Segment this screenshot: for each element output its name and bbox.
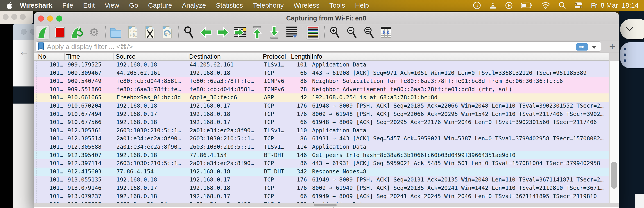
display-filter-input[interactable]: Apply a display filter ... <⌘/> bbox=[36, 41, 601, 52]
save-capture-file-button[interactable]: 010100110101110 bbox=[126, 25, 140, 40]
zoom-in-button[interactable] bbox=[328, 25, 341, 40]
apple-menu-icon[interactable] bbox=[7, 2, 12, 9]
go-forward-button[interactable] bbox=[216, 25, 230, 40]
find-packet-button[interactable] bbox=[182, 25, 196, 40]
column-header-destination[interactable]: Destination bbox=[189, 53, 260, 61]
restart-capture-button[interactable] bbox=[70, 25, 84, 40]
save-file-icon: 010100110101110 bbox=[128, 26, 138, 39]
packet-row[interactable]: 101… 909.551860 fe80::6aa3:78ff:fe… fe80… bbox=[34, 85, 609, 94]
packet-row[interactable]: 101… 912.395407 192.168.0.18 77.86.4.154… bbox=[34, 151, 609, 159]
column-divider[interactable] bbox=[64, 53, 65, 60]
column-divider[interactable] bbox=[114, 53, 114, 60]
control-center-icon[interactable] bbox=[574, 2, 583, 9]
window-title: Capturing from Wi-Fi: en0 bbox=[34, 12, 619, 24]
column-header-no[interactable]: No. bbox=[38, 53, 63, 61]
column-divider[interactable] bbox=[310, 53, 310, 60]
column-header-info[interactable]: Info bbox=[312, 53, 402, 61]
packet-row[interactable]: 101… 910.677566 192.168.0.18 192.168.0.1… bbox=[34, 118, 609, 126]
cell-time: 910.677494 bbox=[68, 110, 115, 118]
reload-file-icon: 1010 bbox=[162, 26, 172, 39]
add-filter-button[interactable]: + bbox=[606, 41, 618, 52]
cell-time: 909.309467 bbox=[68, 69, 115, 77]
cell-length: 101 bbox=[277, 61, 307, 69]
cell-destination: 192.168.0.18 bbox=[190, 110, 262, 118]
packet-row[interactable]: 101… 910.661665 FreeboxSas_01:bc:8d Appl… bbox=[34, 94, 609, 102]
music-play-icon[interactable] bbox=[505, 1, 513, 9]
spotlight-search-icon[interactable] bbox=[558, 1, 566, 9]
cell-source: 192.168.0.18 bbox=[116, 102, 188, 110]
horizontal-scrollbar[interactable] bbox=[34, 203, 619, 207]
colorize-packets-button[interactable] bbox=[306, 25, 320, 40]
capture-options-button[interactable]: ⚙ bbox=[87, 25, 101, 40]
column-header-source[interactable]: Source bbox=[116, 53, 186, 61]
go-first-packet-button[interactable] bbox=[250, 25, 264, 40]
window-titlebar[interactable]: Capturing from Wi-Fi: en0 bbox=[34, 12, 619, 24]
vertical-scrollbar-thumb[interactable] bbox=[611, 162, 617, 189]
column-divider[interactable] bbox=[187, 53, 187, 60]
column-header-time[interactable]: Time bbox=[66, 53, 112, 61]
zoom-reset-button[interactable] bbox=[362, 25, 376, 40]
column-header-protocol[interactable]: Protocol bbox=[263, 53, 288, 61]
menu-tools[interactable]: Tools bbox=[330, 1, 345, 9]
menu-file[interactable]: File bbox=[62, 1, 73, 9]
menu-wireless[interactable]: Wireless bbox=[294, 1, 320, 9]
zoom-out-icon bbox=[346, 26, 357, 38]
utorrent-icon[interactable]: µ bbox=[473, 1, 481, 9]
menu-bar-clock[interactable]: Fri 8 Mar 18:14 bbox=[591, 1, 638, 9]
reload-capture-file-button[interactable]: 1010 bbox=[160, 25, 174, 40]
cell-time: 912.305688 bbox=[68, 143, 115, 151]
cell-no: 101… bbox=[38, 143, 63, 151]
cell-time: 912.305361 bbox=[68, 126, 115, 135]
menu-analyze[interactable]: Analyze bbox=[182, 1, 206, 9]
column-header-length[interactable]: Length bbox=[291, 53, 310, 61]
packet-row[interactable]: 101… 913.079146 192.168.0.17 192.168.0.1… bbox=[34, 184, 609, 192]
wifi-icon[interactable] bbox=[541, 2, 550, 9]
packet-row[interactable]: 101… 912.415603 77.86.4.154 192.168.0.18… bbox=[34, 168, 609, 176]
packet-row[interactable]: 101… 909.540749 fe80::cb:d044:8581… fe80… bbox=[34, 77, 609, 85]
packet-row[interactable]: 101… 912.305688 2a01:e34:ec2a:8f90… 2603… bbox=[34, 143, 609, 151]
menu-statistics[interactable]: Statistics bbox=[216, 1, 243, 9]
vertical-scrollbar[interactable] bbox=[609, 61, 619, 203]
packet-row[interactable]: 101… 910.670204 192.168.0.18 192.168.0.1… bbox=[34, 102, 609, 110]
go-last-packet-button[interactable] bbox=[268, 25, 281, 40]
menu-help[interactable]: Help bbox=[355, 1, 369, 9]
go-to-packet-button[interactable] bbox=[233, 25, 247, 40]
resize-columns-button[interactable] bbox=[379, 25, 393, 40]
cell-destination: 2a01:e34:ec2a:8f90… bbox=[190, 126, 262, 135]
cell-length: 66 bbox=[277, 118, 307, 126]
auto-scroll-button[interactable] bbox=[284, 25, 298, 40]
vlc-cone-icon[interactable] bbox=[489, 1, 497, 9]
menu-capture[interactable]: Capture bbox=[148, 1, 172, 9]
menu-wireshark[interactable]: Wireshark bbox=[20, 1, 52, 9]
menu-edit[interactable]: Edit bbox=[83, 1, 95, 9]
menu-view[interactable]: View bbox=[105, 1, 119, 9]
packet-row[interactable]: 101… 913.055135 192.168.0.18 192.168.0.1… bbox=[34, 176, 609, 184]
stop-capture-button[interactable] bbox=[53, 25, 67, 40]
filter-bookmark-icon[interactable] bbox=[38, 42, 44, 51]
packet-row[interactable]: 101… 910.677494 192.168.0.17 192.168.0.1… bbox=[34, 110, 609, 118]
packet-row[interactable]: 101… 909.179525 192.168.0.18 44.205.62.1… bbox=[34, 61, 609, 69]
cell-destination: 192.168.0.17 bbox=[190, 102, 262, 110]
start-capture-button[interactable] bbox=[36, 25, 50, 40]
magnifier-icon bbox=[184, 26, 194, 39]
packet-row[interactable]: 101… 913.105513 2620:1ec:21::14 2a01:e34… bbox=[34, 200, 609, 203]
horizontal-scrollbar-thumb[interactable] bbox=[314, 204, 337, 207]
packet-row[interactable]: 101… 912.305361 2603:1030:210:5::1… 2a01… bbox=[34, 126, 609, 135]
menu-go[interactable]: Go bbox=[129, 1, 138, 9]
column-divider[interactable] bbox=[261, 53, 261, 60]
close-capture-file-button[interactable] bbox=[143, 25, 157, 40]
open-capture-file-button[interactable] bbox=[109, 25, 122, 40]
packet-row[interactable]: 101… 909.309467 44.205.62.161 192.168.0.… bbox=[34, 69, 609, 77]
zoom-out-button[interactable] bbox=[345, 25, 358, 40]
column-divider[interactable] bbox=[289, 53, 289, 60]
cell-source: 192.168.0.17 bbox=[116, 184, 188, 192]
cell-length: 176 bbox=[277, 102, 307, 110]
menu-telephony[interactable]: Telephony bbox=[253, 1, 284, 9]
go-back-button[interactable] bbox=[199, 25, 212, 40]
filter-dropdown-chevron[interactable] bbox=[592, 46, 597, 49]
apply-filter-button[interactable] bbox=[576, 43, 588, 51]
packet-row[interactable]: 101… 912.397114 2603:1030:210:5::1… 2a01… bbox=[34, 159, 609, 168]
packet-row[interactable]: 101… 913.079237 192.168.0.18 192.168.0.1… bbox=[34, 192, 609, 201]
packet-detail-pane-clipped: Frame 94897: 97 bytes on wire (776 bits)… bbox=[34, 207, 619, 208]
packet-row[interactable]: 101… 912.305514 2a01:e34:ec2a:8f90… 2603… bbox=[34, 134, 609, 143]
